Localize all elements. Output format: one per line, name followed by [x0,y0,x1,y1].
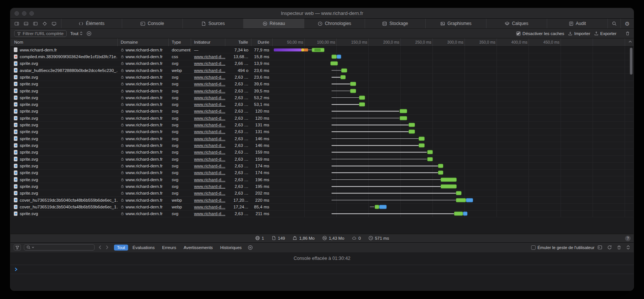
resource-initiator[interactable]: www.richard-d… [194,170,225,175]
search-button[interactable] [607,19,621,28]
disable-caches-checkbox[interactable]: Désactiver les caches [516,31,564,36]
console-filter-icon[interactable] [14,244,21,251]
table-row[interactable]: sprite.svg www.richard-dern.fr svg www.r… [10,122,634,128]
column-header-duration[interactable]: Durée [251,38,273,46]
resource-initiator[interactable]: www.richard-d… [194,136,225,141]
table-row[interactable]: sprite.svg www.richard-dern.fr svg www.r… [10,94,634,101]
clear-console-trash-icon[interactable] [617,245,621,250]
resource-initiator[interactable]: www.richard-d… [194,143,225,148]
column-header-size[interactable]: Taille [225,38,251,46]
tab-layers[interactable]: Calques [486,19,547,28]
resource-initiator[interactable]: www.richard-d… [194,191,225,195]
table-row[interactable]: compiled.min.38390909f303624ed9e1cf1bd3f… [10,53,634,60]
resource-initiator[interactable]: www.richard-d… [194,164,225,168]
table-row[interactable]: sprite.svg www.richard-dern.fr svg www.r… [10,170,634,176]
resource-initiator[interactable]: www.richard-d… [194,123,225,127]
sidebar-toggle-icon[interactable] [33,21,38,26]
table-row[interactable]: sprite.svg www.richard-dern.fr svg www.r… [10,142,634,149]
resource-initiator[interactable]: www.richard-d… [194,129,225,134]
dock-right-icon[interactable] [14,21,19,26]
url-filter-input[interactable]: Filtrer l'URL complète [14,30,67,37]
tab-timelines[interactable]: Chronologies [304,19,365,28]
resource-initiator[interactable]: www.richard-d… [194,150,225,154]
resource-initiator[interactable]: www.richard-d… [194,116,225,120]
settings-button[interactable]: ⚙ [621,19,634,28]
emulate-user-gesture-checkbox[interactable]: Émuler le geste de l'utilisateur [531,245,594,250]
table-row[interactable]: cover_hu736519dc3b5040cfa48b6b559b6de6ec… [10,204,634,210]
tab-sources[interactable]: Sources [183,19,243,28]
zoom-button[interactable] [29,11,34,16]
table-row[interactable]: sprite.svg www.richard-dern.fr svg www.r… [10,176,634,183]
table-row[interactable]: sprite.svg www.richard-dern.fr svg www.r… [10,81,634,88]
export-button[interactable]: Exporter [594,31,616,36]
table-row[interactable]: sprite.svg www.richard-dern.fr svg www.r… [10,74,634,81]
table-row[interactable]: sprite.svg www.richard-dern.fr svg www.r… [10,108,634,115]
clear-network-trash-icon[interactable] [625,31,630,36]
console-drawer-icon[interactable] [597,245,602,250]
resource-initiator[interactable]: — [194,48,199,52]
element-picker-icon[interactable] [42,21,47,26]
resource-initiator[interactable]: www.richard-d… [194,205,225,209]
expand-console-icon[interactable] [626,245,630,250]
console-tab-evaluations[interactable]: Évaluations [130,245,158,251]
column-header-name[interactable]: Nom [10,38,118,46]
tab-audit[interactable]: Audit [547,19,607,28]
resource-initiator[interactable]: www.richard-d… [194,75,225,79]
resource-initiator[interactable]: www.richard-d… [194,157,225,161]
resource-initiator[interactable]: www.richard-d… [194,54,225,59]
resource-initiator[interactable]: www.richard-d… [194,177,225,182]
resource-initiator[interactable]: www.richard-d… [194,102,225,107]
resource-initiator[interactable]: www.richard-d… [194,184,225,189]
back-icon[interactable] [99,245,101,249]
table-row[interactable]: sprite.svg www.richard-dern.fr svg www.r… [10,211,634,217]
message-source-filter-icon[interactable] [248,245,253,250]
table-row[interactable]: www.richard-dern.fr www.richard-dern.fr … [10,47,634,53]
console-tab-logs[interactable]: Historiques [217,245,245,251]
console-tab-errors[interactable]: Erreurs [159,245,179,251]
table-row[interactable]: avatar_hu85ecc3e298728880b0bde2dcc4e5c23… [10,67,634,74]
device-icon[interactable] [51,21,57,26]
table-row[interactable]: sprite.svg www.richard-dern.fr svg www.r… [10,115,634,122]
table-row[interactable]: sprite.svg www.richard-dern.fr svg www.r… [10,129,634,135]
resource-initiator[interactable]: www.richard-d… [194,198,225,202]
help-icon[interactable]: ? [625,236,631,241]
table-row[interactable]: sprite.svg www.richard-dern.fr svg www.r… [10,163,634,169]
type-filter-dropdown[interactable]: Tout [70,31,83,36]
table-row[interactable]: cover_hu736519dc3b5040cfa48b6b559b6de6ec… [10,197,634,204]
import-button[interactable]: Importer [568,31,590,36]
resource-initiator[interactable]: www.richard-d… [194,61,225,66]
tab-network[interactable]: Réseau [243,19,304,28]
console-prompt[interactable] [10,265,634,274]
refresh-icon[interactable] [607,245,612,250]
column-header-type[interactable]: Type [169,38,191,46]
table-row[interactable]: sprite.svg www.richard-dern.fr svg www.r… [10,135,634,142]
table-row[interactable]: sprite.svg www.richard-dern.fr svg www.r… [10,149,634,156]
tab-elements[interactable]: Éléments [61,19,122,28]
resource-initiator[interactable]: www.richard-d… [194,68,225,73]
table-row[interactable]: sprite.svg www.richard-dern.fr svg www.r… [10,101,634,108]
tab-graphics[interactable]: Graphismes [425,19,486,28]
column-header-initiator[interactable]: Initiateur [191,38,225,46]
table-row[interactable]: sprite.svg www.richard-dern.fr svg www.r… [10,60,634,67]
filter-circle-icon[interactable] [86,31,92,36]
tab-console[interactable]: Console [122,19,183,28]
dock-bottom-icon[interactable] [23,21,29,26]
table-row[interactable]: sprite.svg www.richard-dern.fr svg www.r… [10,88,634,94]
column-header-domain[interactable]: Domaine [118,38,169,46]
close-button[interactable] [15,11,19,16]
minimize-button[interactable] [22,11,26,16]
scroll-up-icon[interactable] [628,40,632,43]
resource-initiator[interactable]: www.richard-d… [194,109,225,113]
resource-initiator[interactable]: www.richard-d… [194,95,225,100]
table-row[interactable]: sprite.svg www.richard-dern.fr svg www.r… [10,156,634,163]
resource-initiator[interactable]: www.richard-d… [194,211,225,216]
console-tab-all[interactable]: Tout [114,245,128,251]
forward-icon[interactable] [106,245,108,249]
tab-storage[interactable]: Stockage [365,19,425,28]
resource-initiator[interactable]: www.richard-d… [194,82,225,86]
console-tab-warnings[interactable]: Avertissements [181,245,216,251]
table-row[interactable]: sprite.svg www.richard-dern.fr svg www.r… [10,190,634,197]
resource-initiator[interactable]: www.richard-d… [194,89,225,93]
console-search-input[interactable] [24,244,95,251]
table-row[interactable]: sprite.svg www.richard-dern.fr svg www.r… [10,183,634,190]
